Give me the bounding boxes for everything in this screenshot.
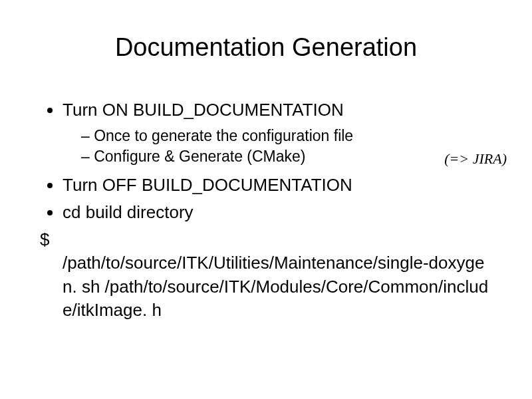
bullet-item-cd: cd build directory [63,201,492,224]
dollar-prompt: $ [40,228,492,251]
bullet-text: cd build directory [63,202,194,222]
bullet-text: Turn OFF BUILD_DOCUMENTATION [63,175,352,195]
sub-bullet-text: Configure & Generate (CMake) [94,148,305,165]
sub-bullet-configure: Configure & Generate (CMake) [81,146,492,167]
command-path: /path/to/source/ITK/Utilities/Maintenanc… [40,251,492,321]
slide-title: Documentation Generation [40,33,492,62]
bullet-item-turn-on: Turn ON BUILD_DOCUMENTATION Once to gene… [63,98,492,167]
bullet-text: Turn ON BUILD_DOCUMENTATION [63,100,344,120]
slide: Documentation Generation Turn ON BUILD_D… [0,0,532,399]
bullet-item-turn-off: Turn OFF BUILD_DOCUMENTATION [63,174,492,197]
sub-bullet-once: Once to generate the configuration file [81,126,492,146]
jira-annotation: (=> JIRA) [444,150,507,168]
bullet-list-level2: Once to generate the configuration file … [63,126,492,167]
sub-bullet-text: Once to generate the configuration file [94,127,353,144]
bullet-list-level1: Turn ON BUILD_DOCUMENTATION Once to gene… [40,98,492,224]
